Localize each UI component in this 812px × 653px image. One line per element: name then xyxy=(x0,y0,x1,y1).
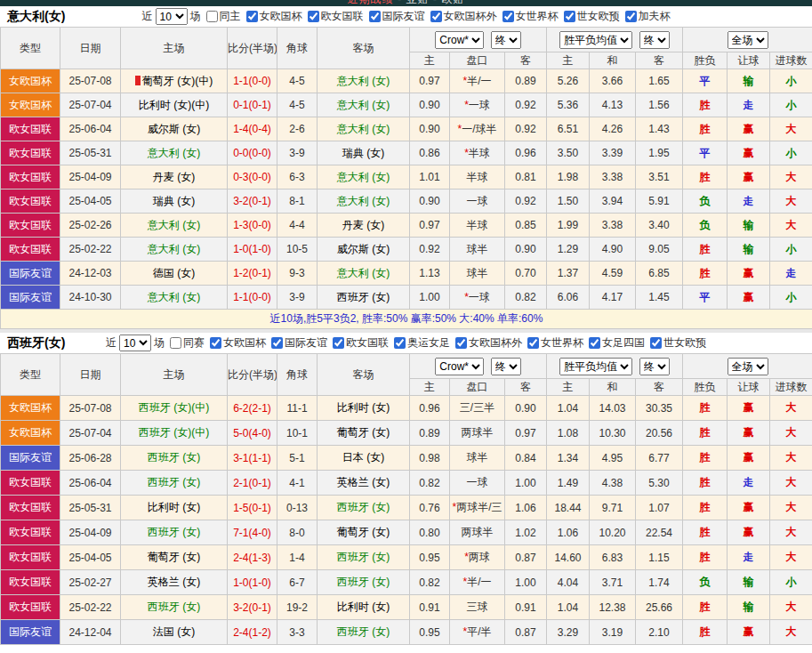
score[interactable]: 1-5(0-1) xyxy=(228,496,277,520)
competition-badge[interactable]: 欧女国联 xyxy=(1,545,60,570)
same-checkbox[interactable] xyxy=(170,337,181,349)
competition-checkbox[interactable] xyxy=(333,337,344,349)
recent-count-select[interactable]: 10 xyxy=(119,335,151,351)
competition-checkbox[interactable] xyxy=(369,11,381,22)
score[interactable]: 7-1(4-0) xyxy=(228,520,277,545)
away-team[interactable]: 威尔斯 (女) xyxy=(318,238,410,262)
away-team[interactable]: 意大利 (女) xyxy=(318,69,410,93)
competition-checkbox[interactable] xyxy=(502,11,514,22)
competition-filter[interactable]: 加夫杯 xyxy=(625,9,671,24)
away-team[interactable]: 丹麦 (女) xyxy=(318,214,410,238)
away-team[interactable]: 西班牙 (女) xyxy=(318,570,410,595)
score[interactable]: 2-4(1-3) xyxy=(228,545,277,570)
competition-badge[interactable]: 欧女国联 xyxy=(1,141,60,165)
competition-filter[interactable]: 女足四国 xyxy=(589,335,645,351)
competition-checkbox[interactable] xyxy=(564,11,575,22)
competition-badge[interactable]: 国际友谊 xyxy=(1,286,60,310)
competition-badge[interactable]: 欧女国联 xyxy=(1,165,60,189)
competition-badge[interactable]: 欧女国联 xyxy=(1,595,60,620)
away-team[interactable]: 瑞典 (女) xyxy=(318,141,410,165)
home-team[interactable]: 威尔斯 (女) xyxy=(121,117,228,141)
odds-provider-select[interactable]: Crow* xyxy=(435,31,484,49)
away-team[interactable]: 西班牙 (女) xyxy=(318,286,410,310)
home-team[interactable]: 意大利 (女) xyxy=(121,238,228,262)
score[interactable]: 1-0(1-0) xyxy=(228,238,277,262)
away-team[interactable]: 意大利 (女) xyxy=(318,189,410,214)
competition-badge[interactable]: 欧女国联 xyxy=(1,520,60,545)
home-team[interactable]: 意大利 (女) xyxy=(121,286,228,310)
competition-badge[interactable]: 女欧国杯 xyxy=(1,93,60,117)
home-team[interactable]: 法国 (女) xyxy=(121,620,228,645)
score[interactable]: 3-2(0-1) xyxy=(228,189,277,214)
away-team[interactable]: 意大利 (女) xyxy=(318,165,410,189)
competition-filter[interactable]: 世女欧预 xyxy=(650,335,706,351)
competition-filter[interactable]: 女世界杯 xyxy=(527,335,583,351)
recent-count-select[interactable]: 10 xyxy=(156,8,188,25)
avg-odds-select[interactable]: 胜平负均值 xyxy=(559,31,632,49)
away-team[interactable]: 比利时 (女) xyxy=(318,595,410,620)
competition-badge[interactable]: 欧女国联 xyxy=(1,238,60,262)
competition-filter[interactable]: 女欧国杯 xyxy=(210,335,266,351)
scope-select[interactable]: 全场 xyxy=(728,31,768,49)
competition-badge[interactable]: 欧女国联 xyxy=(1,189,60,214)
competition-checkbox[interactable] xyxy=(650,337,662,349)
away-team[interactable]: 葡萄牙 (女) xyxy=(318,421,410,446)
away-team[interactable]: 英格兰 (女) xyxy=(318,471,410,496)
avg-odds-select[interactable]: 胜平负均值 xyxy=(559,358,632,375)
home-team[interactable]: 英格兰 (女) xyxy=(121,570,228,595)
avg-stage-select[interactable]: 终 xyxy=(639,358,670,375)
home-team[interactable]: 西班牙 (女) xyxy=(121,446,228,471)
score[interactable]: 6-2(2-1) xyxy=(228,396,277,421)
competition-checkbox[interactable] xyxy=(430,11,442,22)
competition-badge[interactable]: 国际友谊 xyxy=(1,262,60,286)
same-filter[interactable]: 同主 xyxy=(206,9,241,24)
competition-badge[interactable]: 欧女国联 xyxy=(1,570,60,595)
home-team[interactable]: 西班牙 (女) xyxy=(121,520,228,545)
odds-stage-select[interactable]: 终 xyxy=(491,358,521,375)
competition-badge[interactable]: 国际友谊 xyxy=(1,446,60,471)
odds-stage-select[interactable]: 终 xyxy=(491,31,521,49)
competition-filter[interactable]: 欧女国联 xyxy=(308,9,364,24)
competition-badge[interactable]: 欧女国联 xyxy=(1,214,60,238)
competition-badge[interactable]: 欧女国联 xyxy=(1,117,60,141)
competition-filter[interactable]: 欧女国联 xyxy=(333,335,389,351)
same-filter[interactable]: 同赛 xyxy=(170,335,205,351)
competition-filter[interactable]: 女欧国杯外 xyxy=(455,335,522,351)
odds-provider-select[interactable]: Crow* xyxy=(435,358,484,375)
score[interactable]: 0-3(0-0) xyxy=(228,165,277,189)
competition-badge[interactable]: 女欧国杯 xyxy=(1,421,60,446)
away-team[interactable]: 意大利 (女) xyxy=(318,93,410,117)
home-team[interactable]: 西班牙 (女)(中) xyxy=(121,396,228,421)
score[interactable]: 1-4(0-4) xyxy=(228,117,277,141)
away-team[interactable]: 西班牙 (女) xyxy=(318,620,410,645)
away-team[interactable]: 西班牙 (女) xyxy=(318,496,410,520)
home-team[interactable]: 比利时 (女)(中) xyxy=(121,93,228,117)
home-team[interactable]: 意大利 (女) xyxy=(121,214,228,238)
same-checkbox[interactable] xyxy=(206,11,218,22)
competition-checkbox[interactable] xyxy=(308,11,319,22)
home-team[interactable]: 西班牙 (女)(中) xyxy=(121,421,228,446)
score[interactable]: 1-2(0-1) xyxy=(228,262,277,286)
competition-filter[interactable]: 国际友谊 xyxy=(369,9,425,24)
score[interactable]: 0-0(0-0) xyxy=(228,141,277,165)
home-team[interactable]: 瑞典 (女) xyxy=(121,189,228,214)
competition-checkbox[interactable] xyxy=(246,11,258,22)
home-team[interactable]: 丹麦 (女) xyxy=(121,165,228,189)
score[interactable]: 1-0(1-0) xyxy=(228,570,277,595)
competition-checkbox[interactable] xyxy=(589,337,600,349)
score[interactable]: 2-4(1-2) xyxy=(228,620,277,645)
competition-checkbox[interactable] xyxy=(210,337,221,349)
competition-filter[interactable]: 国际友谊 xyxy=(271,335,327,351)
competition-checkbox[interactable] xyxy=(394,337,406,349)
competition-checkbox[interactable] xyxy=(455,337,467,349)
score[interactable]: 1-3(0-0) xyxy=(228,214,277,238)
score[interactable]: 2-1(0-1) xyxy=(228,471,277,496)
score[interactable]: 3-1(1-1) xyxy=(228,446,277,471)
competition-badge[interactable]: 欧女国联 xyxy=(1,471,60,496)
competition-filter[interactable]: 女欧国杯 xyxy=(246,9,302,24)
score[interactable]: 5-0(4-0) xyxy=(228,421,277,446)
competition-checkbox[interactable] xyxy=(271,337,283,349)
competition-badge[interactable]: 女欧国杯 xyxy=(1,396,60,421)
home-team[interactable]: 西班牙 (女) xyxy=(121,471,228,496)
away-team[interactable]: 葡萄牙 (女) xyxy=(318,520,410,545)
